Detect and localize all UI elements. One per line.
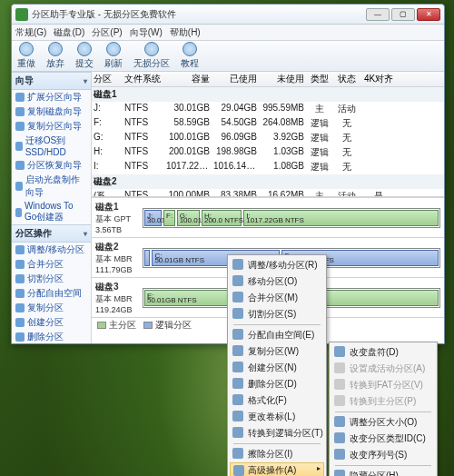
- sidebar-item[interactable]: 切割分区: [12, 272, 91, 286]
- partition-bar[interactable]: [144, 250, 150, 266]
- toolbar-icon: [77, 42, 92, 56]
- menu-item[interactable]: 移动分区(O): [230, 273, 324, 290]
- sidebar-item-icon: [15, 93, 25, 102]
- sidebar-item[interactable]: Windows To Go创建器: [12, 200, 91, 224]
- menu-item[interactable]: 常规(G): [15, 26, 46, 39]
- toolbar-button[interactable]: 刷新: [104, 42, 123, 70]
- table-row[interactable]: H:NTFS200.01GB198.98GB1.03GB逻辑无: [92, 145, 444, 160]
- menu-item[interactable]: 合并分区(M): [230, 290, 324, 306]
- maximize-button[interactable]: ▢: [391, 8, 415, 21]
- sidebar-item-icon: [15, 303, 25, 312]
- menu-item[interactable]: 磁盘(D): [54, 26, 84, 39]
- sidebar-item-icon: [15, 122, 25, 131]
- table-header: 分区文件系统容量已使用未使用类型状态4K对齐: [92, 72, 444, 87]
- minimize-button[interactable]: —: [366, 8, 390, 21]
- sidebar-item[interactable]: 复制分区向导: [12, 119, 91, 134]
- menu-item[interactable]: 高级操作(A): [230, 462, 324, 476]
- partition-bar[interactable]: H:200.0 NTFS: [202, 210, 242, 226]
- disk-label: 磁盘1基本 GPT3.56TB: [95, 201, 139, 234]
- menu-item[interactable]: 调整/移动分区(R): [230, 257, 324, 273]
- context-submenu[interactable]: 改变盘符(D)设置成活动分区(A)转换到FAT分区(V)转换到主分区(P)调整分…: [329, 342, 438, 476]
- sidebar-item[interactable]: 启动光盘制作向导: [12, 173, 91, 200]
- sidebar-item[interactable]: 删除分区: [12, 330, 91, 343]
- partition-bar[interactable]: G:100.01: [177, 210, 200, 226]
- menu-item[interactable]: 分区(P): [92, 26, 122, 39]
- close-button[interactable]: ✕: [417, 8, 440, 21]
- toolbar-icon: [144, 42, 159, 56]
- table-group-row[interactable]: 磁盘2: [92, 174, 444, 189]
- sidebar-item-icon: [15, 142, 23, 151]
- menu-item: 转换到FAT分区(V): [331, 377, 435, 393]
- menu-item[interactable]: 更改卷标(L): [230, 409, 324, 425]
- ops-panel-header[interactable]: 分区操作: [12, 224, 91, 243]
- menu-item[interactable]: 创建分区(N): [230, 360, 324, 376]
- toolbar-button[interactable]: 提交: [75, 42, 94, 70]
- menu-item[interactable]: 分配自由空间(E): [230, 327, 324, 343]
- toolbar-button[interactable]: 无损分区: [133, 42, 170, 70]
- legend-logical: 逻辑分区: [155, 319, 192, 332]
- wizard-panel-header[interactable]: 向导: [12, 72, 91, 90]
- table-group-row[interactable]: 磁盘1: [92, 87, 444, 102]
- disk-visual: 磁盘1基本 GPT3.56TBJ:30.01GB NTFSF:G:100.01H…: [92, 197, 444, 237]
- partition-bar[interactable]: J:30.01GB NTFS: [144, 210, 162, 226]
- context-menu[interactable]: 调整/移动分区(R)移动分区(O)合并分区(M)切割分区(S)分配自由空间(E)…: [227, 254, 327, 476]
- menu-item[interactable]: 改变分区类型ID(C): [331, 431, 435, 447]
- toolbar-button[interactable]: 重做: [17, 42, 35, 70]
- sidebar-item-icon: [15, 107, 25, 116]
- partition-bar[interactable]: F:: [163, 210, 175, 226]
- table-row[interactable]: I:NTFS1017.22GB1016.14GB1.08GB逻辑无: [92, 160, 444, 174]
- menu-item[interactable]: 擦除分区(I): [230, 446, 324, 462]
- column-header[interactable]: 分区: [92, 72, 123, 86]
- menu-item[interactable]: 复制分区(W): [230, 343, 324, 360]
- sidebar-item-icon: [15, 208, 22, 217]
- menu-item[interactable]: 改变序列号(S): [331, 447, 435, 463]
- column-header[interactable]: 类型: [306, 72, 333, 86]
- column-header[interactable]: 已使用: [212, 72, 259, 86]
- menu-item[interactable]: 切割分区(S): [230, 306, 324, 322]
- sidebar-item-icon: [15, 245, 25, 254]
- menu-item[interactable]: 隐藏分区(H): [331, 468, 435, 476]
- sidebar-item[interactable]: 扩展分区向导: [12, 90, 91, 104]
- menu-item: 设置成活动分区(A): [331, 361, 435, 377]
- menu-item[interactable]: 改变盘符(D): [331, 344, 435, 361]
- column-header[interactable]: 状态: [333, 72, 360, 86]
- partition-table: 分区文件系统容量已使用未使用类型状态4K对齐 磁盘1J:NTFS30.01GB2…: [92, 72, 444, 197]
- column-header[interactable]: 文件系统: [123, 72, 164, 86]
- toolbar-icon: [106, 42, 121, 56]
- menu-item[interactable]: 转换到逻辑分区(T): [230, 425, 324, 441]
- app-icon: [15, 8, 28, 21]
- menu-item[interactable]: 删除分区(D): [230, 376, 324, 392]
- sidebar-item[interactable]: 调整/移动分区: [12, 243, 91, 257]
- toolbar-icon: [19, 42, 34, 56]
- table-row[interactable]: F:NTFS58.59GB54.50GB264.08MB逻辑无: [92, 116, 444, 131]
- menu-item[interactable]: 调整分区大小(O): [331, 414, 435, 431]
- sidebar-item-icon: [15, 182, 23, 191]
- menu-item: 转换到主分区(P): [331, 393, 435, 410]
- disk-bars: J:30.01GB NTFSF:G:100.01H:200.0 NTFSI:10…: [143, 208, 440, 228]
- toolbar-button[interactable]: 教程: [181, 42, 199, 70]
- column-header[interactable]: 4K对齐: [360, 72, 397, 86]
- table-body: 磁盘1J:NTFS30.01GB29.04GB995.59MB主活动F:NTFS…: [92, 87, 444, 196]
- sidebar: 向导 扩展分区向导复制磁盘向导复制分区向导迁移OS到SSD/HDD分区恢复向导启…: [12, 72, 92, 343]
- column-header[interactable]: 未使用: [259, 72, 306, 86]
- menu-item[interactable]: 格式化(F): [230, 392, 324, 409]
- table-row[interactable]: G:NTFS100.01GB96.09GB3.92GB逻辑无: [92, 131, 444, 145]
- sidebar-item[interactable]: 创建分区: [12, 315, 91, 330]
- sidebar-item[interactable]: 分区恢复向导: [12, 158, 91, 173]
- partition-bar[interactable]: I:1017.22GB NTFS: [243, 210, 439, 226]
- column-header[interactable]: 容量: [164, 72, 212, 86]
- sidebar-item[interactable]: 复制分区: [12, 301, 91, 315]
- table-row[interactable]: J:NTFS30.01GB29.04GB995.59MB主活动: [92, 102, 444, 116]
- titlebar[interactable]: 分区助手专业版 - 无损分区免费软件 — ▢ ✕: [12, 5, 444, 25]
- sidebar-item[interactable]: 合并分区: [12, 257, 91, 272]
- legend-logical-swatch: [143, 322, 153, 329]
- menu-item[interactable]: 向导(W): [130, 26, 163, 39]
- sidebar-item[interactable]: 分配自由空间: [12, 286, 91, 301]
- menu-item[interactable]: 帮助(H): [170, 26, 201, 39]
- toolbar-button[interactable]: 放弃: [46, 42, 64, 70]
- sidebar-item-icon: [15, 289, 25, 298]
- table-row[interactable]: (系统保留)NTFS100.00MB83.38MB16.62MB主活动是: [92, 189, 444, 196]
- sidebar-item-icon: [15, 161, 25, 170]
- sidebar-item[interactable]: 迁移OS到SSD/HDD: [12, 134, 91, 158]
- sidebar-item[interactable]: 复制磁盘向导: [12, 104, 91, 119]
